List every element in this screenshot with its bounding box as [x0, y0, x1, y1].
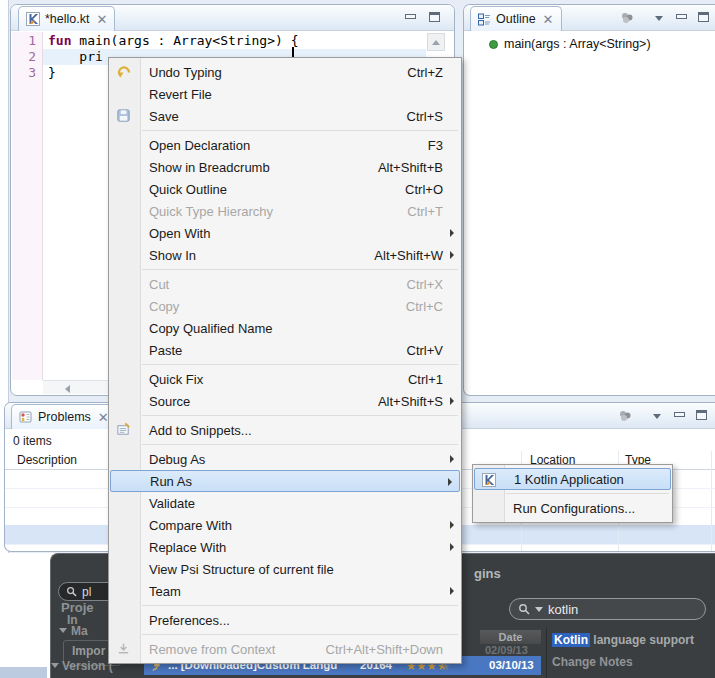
- date-column-header[interactable]: Date: [480, 630, 541, 644]
- remove-context-icon: [116, 641, 132, 657]
- editor-tab-label: *hello.kt: [45, 12, 89, 26]
- line-number: 1: [16, 33, 36, 49]
- menu-separator: [142, 130, 458, 131]
- function-bullet-icon: [489, 40, 498, 49]
- menu-item-paste[interactable]: PasteCtrl+V: [109, 339, 461, 361]
- menu-item-team[interactable]: Team: [109, 580, 461, 602]
- plugin-detail-title: Kotlin language support: [552, 633, 694, 647]
- menu-item-remove-from-context: Remove from ContextCtrl+Alt+Shift+Down: [109, 638, 461, 660]
- minimize-icon[interactable]: [676, 14, 687, 19]
- menu-separator: [142, 364, 458, 365]
- close-icon[interactable]: ✕: [543, 13, 554, 26]
- editor-tab-hello-kt[interactable]: *hello.kt ✕: [18, 6, 115, 31]
- submenu-item-kotlin-application[interactable]: 1 Kotlin Application: [474, 468, 671, 490]
- submenu-arrow-icon: [448, 478, 452, 486]
- code-line-1: fun main(args : Array<String>) {: [48, 33, 298, 49]
- snippets-icon: [116, 422, 132, 438]
- change-notes-heading: Change Notes: [552, 655, 633, 669]
- submenu-arrow-icon: [450, 229, 454, 237]
- problems-tab-label: Problems: [38, 410, 91, 424]
- column-divider: [711, 451, 712, 551]
- menu-item-source[interactable]: SourceAlt+Shift+S: [109, 390, 461, 412]
- menu-item-show-in-breadcrumb[interactable]: Show in BreadcrumbAlt+Shift+B: [109, 156, 461, 178]
- scroll-left-icon[interactable]: [65, 385, 70, 393]
- submenu-item-run-configurations[interactable]: Run Configurations...: [473, 497, 672, 519]
- minimize-icon[interactable]: [405, 14, 416, 19]
- problems-count: 0 items: [13, 434, 52, 448]
- menu-item-save[interactable]: SaveCtrl+S: [109, 105, 461, 127]
- line-number: 3: [16, 65, 36, 81]
- menu-separator: [142, 269, 458, 270]
- save-icon: [116, 108, 132, 124]
- menu-item-open-with[interactable]: Open With: [109, 222, 461, 244]
- filter-icon[interactable]: [619, 11, 635, 29]
- problems-tab[interactable]: Problems ✕: [11, 404, 117, 429]
- minimize-icon[interactable]: [674, 412, 685, 417]
- menu-item-revert-file[interactable]: Revert File: [109, 83, 461, 105]
- menu-item-validate[interactable]: Validate: [109, 492, 461, 514]
- search-icon: [518, 603, 530, 615]
- menu-separator: [506, 493, 669, 494]
- menu-item-view-psi-structure[interactable]: View Psi Structure of current file: [109, 558, 461, 580]
- submenu-arrow-icon: [450, 587, 454, 595]
- menu-item-show-in[interactable]: Show InAlt+Shift+W: [109, 244, 461, 266]
- collapse-triangle-icon[interactable]: [59, 628, 67, 633]
- maximize-icon[interactable]: [696, 410, 707, 420]
- menu-item-preferences[interactable]: Preferences...: [109, 609, 461, 631]
- maximize-icon[interactable]: [698, 12, 709, 22]
- plugin-date: 03/10/13: [489, 659, 534, 671]
- outline-tab[interactable]: Outline ✕: [470, 6, 562, 31]
- search-options-icon[interactable]: [535, 607, 543, 612]
- menu-item-run-as[interactable]: Run As: [110, 470, 460, 492]
- view-menu-icon[interactable]: [655, 16, 663, 21]
- kotlin-file-icon: [26, 12, 40, 26]
- panel-divider: [546, 628, 547, 678]
- search-match-highlight: Kotlin: [552, 633, 590, 647]
- collapse-triangle-icon[interactable]: [51, 663, 59, 668]
- menu-item-copy-qualified-name[interactable]: Copy Qualified Name: [109, 317, 461, 339]
- background-window-edge: [0, 667, 47, 678]
- screen: gins pl Proje In Ma Impor Version ( kotl…: [0, 0, 715, 678]
- menu-separator: [142, 415, 458, 416]
- menu-item-replace-with[interactable]: Replace With: [109, 536, 461, 558]
- problems-icon: [19, 410, 33, 424]
- code-line-2: pri: [48, 49, 103, 65]
- submenu-arrow-icon: [450, 455, 454, 463]
- outline-item-main[interactable]: main(args : Array<String>): [504, 37, 651, 51]
- editor-context-menu: Undo TypingCtrl+Z Revert File SaveCtrl+S…: [108, 57, 462, 664]
- search-icon: [66, 586, 77, 597]
- menu-separator: [142, 634, 458, 635]
- outline-icon: [478, 13, 491, 26]
- scroll-up-button[interactable]: [427, 33, 445, 51]
- menu-separator: [142, 605, 458, 606]
- submenu-arrow-icon: [450, 397, 454, 405]
- close-icon[interactable]: ✕: [96, 13, 107, 26]
- outline-view: Outline ✕ main(args : Array<String>): [463, 4, 715, 396]
- menu-item-add-to-snippets[interactable]: Add to Snippets...: [109, 419, 461, 441]
- plugin-row-date: 02/09/13: [485, 644, 528, 656]
- background-label-ma: Ma: [71, 624, 88, 638]
- menu-item-quick-fix[interactable]: Quick FixCtrl+1: [109, 368, 461, 390]
- menu-item-quick-outline[interactable]: Quick OutlineCtrl+O: [109, 178, 461, 200]
- view-menu-icon[interactable]: [653, 414, 661, 419]
- code-line-3: }: [48, 65, 56, 81]
- undo-icon: [116, 64, 132, 80]
- menu-item-copy: CopyCtrl+C: [109, 295, 461, 317]
- menu-item-open-declaration[interactable]: Open DeclarationF3: [109, 134, 461, 156]
- line-number: 2: [16, 49, 36, 65]
- filter-icon[interactable]: [617, 409, 633, 427]
- plugins-dialog-title-fragment: gins: [474, 566, 501, 581]
- menu-item-compare-with[interactable]: Compare With: [109, 514, 461, 536]
- column-header-description[interactable]: Description: [17, 453, 77, 467]
- kotlin-application-icon: [482, 473, 498, 489]
- background-search-text: pl: [82, 585, 91, 599]
- menu-item-undo-typing[interactable]: Undo TypingCtrl+Z: [109, 61, 461, 83]
- plugins-search-input[interactable]: kotlin: [509, 598, 706, 620]
- plugins-search-text: kotlin: [548, 602, 578, 617]
- menu-item-quick-type-hierarchy: Quick Type HierarchyCtrl+T: [109, 200, 461, 222]
- submenu-arrow-icon: [450, 251, 454, 259]
- maximize-icon[interactable]: [429, 12, 440, 22]
- background-label-version: Version (: [62, 659, 113, 673]
- menu-item-debug-as[interactable]: Debug As: [109, 448, 461, 470]
- menu-separator: [142, 444, 458, 445]
